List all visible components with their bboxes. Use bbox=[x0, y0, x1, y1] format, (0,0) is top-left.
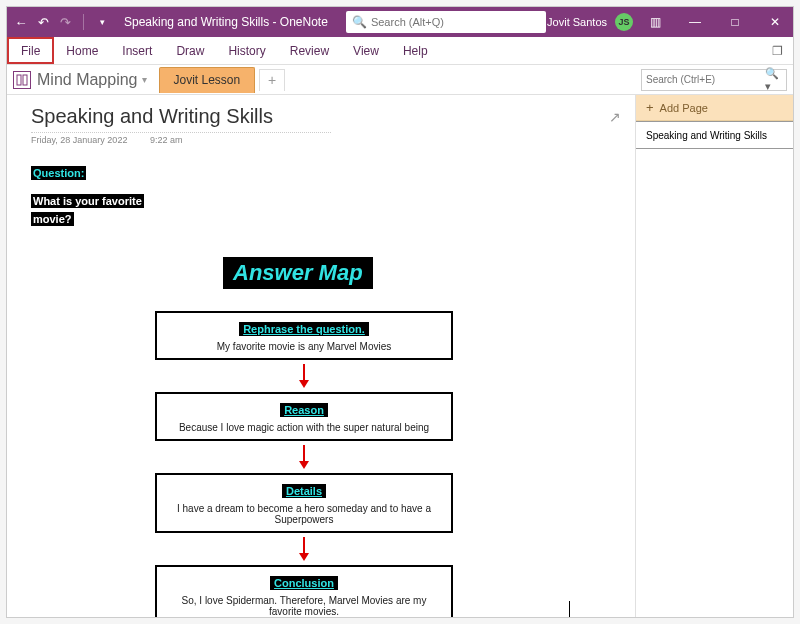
notebook-name[interactable]: Mind Mapping bbox=[37, 71, 138, 89]
arrow-icon bbox=[155, 445, 453, 469]
window-title: Speaking and Writing Skills - OneNote bbox=[124, 15, 328, 29]
close-icon[interactable]: ✕ bbox=[757, 7, 793, 37]
avatar[interactable]: JS bbox=[615, 13, 633, 31]
box-conclusion: Conclusion So, I love Spiderman. Therefo… bbox=[155, 565, 453, 617]
box-details: Details I have a dream to become a hero … bbox=[155, 473, 453, 533]
page-search-box[interactable]: 🔍▾ bbox=[641, 69, 787, 91]
tab-view[interactable]: View bbox=[341, 37, 391, 64]
tab-review[interactable]: Review bbox=[278, 37, 341, 64]
arrow-icon bbox=[155, 537, 453, 561]
svg-rect-1 bbox=[23, 75, 27, 85]
tab-draw[interactable]: Draw bbox=[164, 37, 216, 64]
box-head: Reason bbox=[280, 403, 328, 417]
tab-help[interactable]: Help bbox=[391, 37, 440, 64]
title-bar: ← ↶ ↷ ▾ Speaking and Writing Skills - On… bbox=[7, 7, 793, 37]
onenote-window: ← ↶ ↷ ▾ Speaking and Writing Skills - On… bbox=[6, 6, 794, 618]
page-time: 9:22 am bbox=[150, 135, 183, 145]
chevron-down-icon[interactable]: ▾ bbox=[142, 74, 147, 85]
box-head: Conclusion bbox=[270, 576, 338, 590]
svg-marker-3 bbox=[299, 380, 309, 388]
text-cursor bbox=[569, 601, 570, 617]
search-scope-icon[interactable]: 🔍▾ bbox=[765, 67, 782, 93]
ribbon-display-icon[interactable]: ▥ bbox=[637, 7, 673, 37]
ribbon-tabs: File Home Insert Draw History Review Vie… bbox=[7, 37, 793, 65]
search-input[interactable] bbox=[371, 16, 540, 28]
box-text: Because I love magic action with the sup… bbox=[165, 422, 443, 433]
box-text: So, I love Spiderman. Therefore, Marvel … bbox=[165, 595, 443, 617]
maximize-icon[interactable]: □ bbox=[717, 7, 753, 37]
page-item[interactable]: Speaking and Writing Skills bbox=[636, 121, 793, 149]
back-icon[interactable]: ← bbox=[13, 14, 29, 30]
question-text-line2: movie? bbox=[31, 212, 74, 226]
page-canvas[interactable]: ↗ Speaking and Writing Skills Friday, 28… bbox=[7, 95, 635, 617]
minimize-icon[interactable]: — bbox=[677, 7, 713, 37]
box-head: Details bbox=[282, 484, 326, 498]
quick-access: ← ↶ ↷ ▾ bbox=[7, 14, 110, 30]
tab-insert[interactable]: Insert bbox=[110, 37, 164, 64]
search-box[interactable]: 🔍 bbox=[346, 11, 546, 33]
plus-icon: + bbox=[646, 100, 654, 115]
answer-map-title: Answer Map bbox=[223, 257, 373, 289]
svg-marker-5 bbox=[299, 461, 309, 469]
box-text: My favorite movie is any Marvel Movies bbox=[165, 341, 443, 352]
tab-history[interactable]: History bbox=[216, 37, 277, 64]
page-sidebar: + Add Page Speaking and Writing Skills bbox=[635, 95, 793, 617]
page-meta: Friday, 28 January 2022 9:22 am bbox=[31, 132, 331, 145]
add-section-button[interactable]: + bbox=[259, 69, 285, 91]
notebook-icon[interactable] bbox=[13, 71, 31, 89]
svg-marker-7 bbox=[299, 553, 309, 561]
collapse-ribbon-icon[interactable]: ❐ bbox=[762, 37, 793, 64]
box-head: Rephrase the question. bbox=[239, 322, 369, 336]
undo-icon[interactable]: ↶ bbox=[35, 14, 51, 30]
customize-qat-icon[interactable]: ▾ bbox=[94, 14, 110, 30]
answer-diagram: Rephrase the question. My favorite movie… bbox=[155, 311, 453, 617]
section-tab-active[interactable]: Jovit Lesson bbox=[159, 67, 256, 93]
separator bbox=[83, 14, 84, 30]
box-reason: Reason Because I love magic action with … bbox=[155, 392, 453, 441]
question-label: Question: bbox=[31, 166, 86, 180]
tab-home[interactable]: Home bbox=[54, 37, 110, 64]
arrow-icon bbox=[155, 364, 453, 388]
add-page-label: Add Page bbox=[660, 102, 708, 114]
page-search-input[interactable] bbox=[646, 74, 763, 85]
question-text-line1: What is your favorite bbox=[31, 194, 144, 208]
question-block: Question: What is your favorite movie? bbox=[31, 163, 619, 227]
user-name[interactable]: Jovit Santos bbox=[547, 16, 607, 28]
box-rephrase: Rephrase the question. My favorite movie… bbox=[155, 311, 453, 360]
svg-rect-0 bbox=[17, 75, 21, 85]
search-icon: 🔍 bbox=[352, 15, 367, 29]
redo-icon[interactable]: ↷ bbox=[57, 14, 73, 30]
section-bar: Mind Mapping ▾ Jovit Lesson + 🔍▾ bbox=[7, 65, 793, 95]
page-title[interactable]: Speaking and Writing Skills bbox=[31, 105, 619, 128]
title-bar-right: Jovit Santos JS ▥ — □ ✕ bbox=[547, 7, 793, 37]
page-date: Friday, 28 January 2022 bbox=[31, 135, 127, 145]
page-list: Speaking and Writing Skills bbox=[636, 121, 793, 617]
add-page-button[interactable]: + Add Page bbox=[636, 95, 793, 121]
expand-page-icon[interactable]: ↗ bbox=[609, 109, 621, 125]
body-row: ↗ Speaking and Writing Skills Friday, 28… bbox=[7, 95, 793, 617]
tab-file[interactable]: File bbox=[7, 37, 54, 64]
box-text: I have a dream to become a hero someday … bbox=[165, 503, 443, 525]
